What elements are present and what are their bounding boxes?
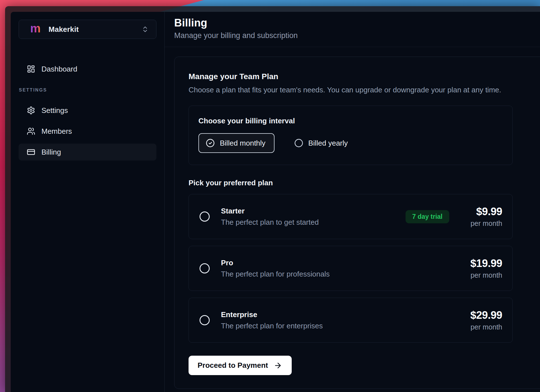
sidebar-item-settings[interactable]: Settings: [19, 102, 156, 119]
billing-interval-options: Billed monthly Billed yearly: [198, 133, 502, 153]
plan-name: Pro: [221, 259, 330, 267]
plan-price: $9.99: [463, 206, 502, 218]
gear-icon: [27, 106, 35, 115]
page-subtitle: Manage your billing and subscription: [174, 31, 540, 40]
sidebar-item-billing[interactable]: Billing: [19, 144, 156, 161]
plan-period: per month: [463, 271, 502, 279]
sidebar-nav: Dashboard SETTINGS Settings Members: [11, 61, 164, 161]
plan-row-starter[interactable]: Starter The perfect plan to get started …: [189, 194, 513, 239]
option-billed-yearly[interactable]: Billed yearly: [294, 139, 348, 148]
plan-description: The perfect plan for professionals: [221, 270, 330, 279]
billing-interval-box: Choose your billing interval Billed mont…: [189, 106, 513, 165]
credit-card-icon: [27, 148, 35, 156]
plan-pricing: $29.99 per month: [463, 309, 502, 331]
window-frame: m Makerkit Dashboard SETTINGS: [5, 6, 540, 392]
dashboard-icon: [27, 65, 35, 73]
page-header: Billing Manage your billing and subscrip…: [165, 12, 540, 47]
arrow-right-icon: [274, 361, 282, 370]
plan-row-enterprise[interactable]: Enterprise The perfect plan for enterpri…: [189, 298, 513, 343]
plan-price: $29.99: [463, 309, 502, 321]
radio-circle-icon[interactable]: [200, 263, 210, 273]
sidebar-item-members[interactable]: Members: [19, 123, 156, 140]
radio-circle-icon[interactable]: [200, 211, 210, 222]
team-plan-card: Manage your Team Plan Choose a plan that…: [174, 57, 540, 389]
plan-price: $19.99: [463, 257, 502, 270]
sidebar-section-label: SETTINGS: [19, 88, 156, 93]
proceed-to-payment-button[interactable]: Proceed to Payment: [189, 356, 292, 375]
option-label: Billed monthly: [220, 139, 265, 148]
plan-period: per month: [463, 323, 502, 331]
makerkit-logo-icon: m: [30, 23, 41, 34]
plan-picker-label: Pick your preferred plan: [189, 179, 540, 187]
sidebar-item-label: Billing: [41, 148, 61, 157]
app-window: m Makerkit Dashboard SETTINGS: [11, 12, 540, 392]
sidebar: m Makerkit Dashboard SETTINGS: [11, 12, 165, 392]
billing-interval-label: Choose your billing interval: [198, 117, 502, 125]
card-description: Choose a plan that fits your team's need…: [189, 86, 540, 94]
workspace-name: Makerkit: [48, 25, 79, 34]
page-title: Billing: [174, 17, 540, 29]
plan-description: The perfect plan to get started: [221, 218, 319, 227]
plan-row-pro[interactable]: Pro The perfect plan for professionals $…: [189, 246, 513, 291]
plan-name: Starter: [221, 207, 319, 215]
sidebar-item-label: Members: [41, 127, 72, 136]
sidebar-item-label: Dashboard: [41, 65, 77, 74]
sidebar-item-dashboard[interactable]: Dashboard: [19, 61, 156, 77]
workspace-selector[interactable]: m Makerkit: [19, 20, 156, 39]
option-label: Billed yearly: [308, 139, 348, 148]
sidebar-item-label: Settings: [41, 106, 68, 115]
proceed-to-payment-label: Proceed to Payment: [198, 361, 268, 370]
plan-name: Enterprise: [221, 310, 323, 319]
plan-pricing: $9.99 per month: [463, 206, 502, 228]
check-circle-icon: [206, 139, 215, 148]
plan-period: per month: [463, 219, 502, 228]
trial-badge: 7 day trial: [406, 210, 449, 223]
option-billed-monthly[interactable]: Billed monthly: [198, 133, 275, 153]
radio-circle-icon[interactable]: [200, 315, 210, 325]
plan-pricing: $19.99 per month: [463, 257, 502, 279]
users-icon: [27, 127, 35, 135]
radio-circle-icon: [294, 139, 303, 148]
chevrons-up-down-icon: [141, 26, 149, 33]
card-title: Manage your Team Plan: [189, 72, 540, 81]
main-content: Billing Manage your billing and subscrip…: [165, 12, 540, 392]
plan-description: The perfect plan for enterprises: [221, 322, 323, 330]
